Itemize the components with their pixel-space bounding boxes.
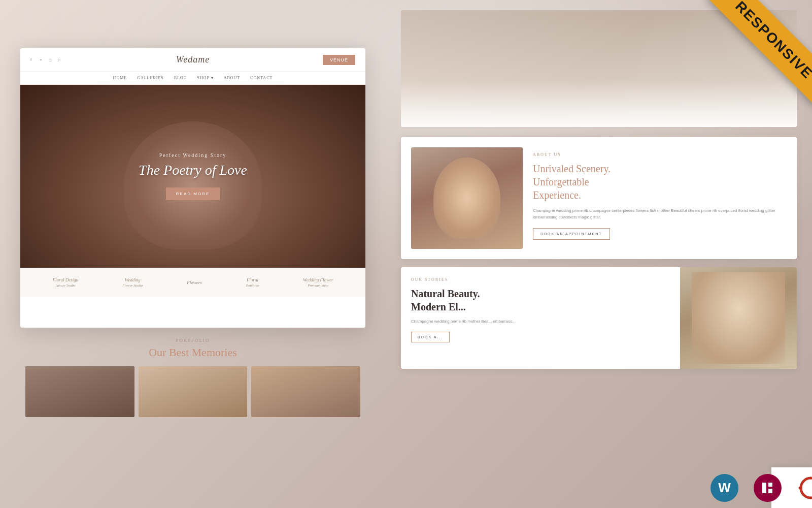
portfolio-thumb-2[interactable] (139, 366, 248, 417)
below-mockup-section: PORTFOLIO Our Best Memories (20, 338, 365, 417)
vimeo-icon[interactable] (58, 57, 63, 62)
right-top-photo (401, 10, 797, 127)
mockup-navbar: Wedame VENUE (20, 48, 365, 72)
platform-bar: W (771, 467, 812, 508)
about-label: ABOUT US (533, 152, 787, 157)
site-logo: Wedame (176, 54, 210, 65)
about-couple-photo (411, 147, 523, 249)
nav-blog[interactable]: BLOG (174, 76, 187, 80)
stories-content: OUR STORIES Natural Beauty.Modern El... … (401, 267, 680, 369)
hero-section: Perfect Wedding Story The Poetry of Love… (20, 85, 365, 268)
stories-section: OUR STORIES Natural Beauty.Modern El... … (401, 267, 797, 369)
main-navigation: HOME GALLERIES BLOG SHOP ▾ ABOUT CONTACT (20, 72, 365, 85)
book-appointment-button[interactable]: BOOK AN APPOINTMENT (533, 228, 610, 240)
stories-photo (680, 267, 797, 369)
about-content: ABOUT US Unrivaled Scenery.Unforgettable… (533, 147, 787, 249)
svg-rect-4 (768, 483, 772, 487)
about-description: Champagne wedding prime rib champagne ce… (533, 208, 787, 221)
about-title: Unrivaled Scenery.UnforgettableExperienc… (533, 162, 787, 202)
svg-rect-3 (762, 483, 766, 493)
elementor-icon (754, 474, 782, 502)
nav-contact[interactable]: CONTACT (250, 76, 273, 80)
svg-rect-5 (768, 489, 772, 493)
venue-button[interactable]: VENUE (323, 55, 355, 65)
nav-galleries[interactable]: GALLERIES (137, 76, 164, 80)
read-more-button[interactable]: READ MORE (166, 187, 220, 200)
svg-point-2 (754, 474, 782, 502)
twitter-icon[interactable] (40, 57, 45, 62)
website-mockup: Wedame VENUE HOME GALLERIES BLOG SHOP ▾ … (20, 48, 365, 328)
about-section: ABOUT US Unrivaled Scenery.Unforgettable… (401, 137, 797, 259)
partner-logo-1: Floral DesignLuxury Studio (53, 277, 79, 288)
nav-home[interactable]: HOME (113, 76, 127, 80)
facebook-icon[interactable] (30, 57, 36, 62)
nav-about[interactable]: ABOUT (224, 76, 241, 80)
partner-logo-5: Wedding FlowerPremium Shop (303, 277, 333, 288)
nav-shop[interactable]: SHOP ▾ (197, 76, 214, 80)
portfolio-thumb-1[interactable] (25, 366, 134, 417)
social-icons-group (30, 57, 63, 62)
sync-icon-container (797, 474, 812, 502)
portfolio-thumb-3[interactable] (251, 366, 360, 417)
partner-logo-2: WeddingFlower Studio (122, 277, 143, 288)
left-column: Wedame VENUE HOME GALLERIES BLOG SHOP ▾ … (0, 0, 386, 508)
hero-content: Perfect Wedding Story The Poetry of Love… (139, 152, 247, 200)
partners-strip: Floral DesignLuxury Studio WeddingFlower… (20, 268, 365, 297)
svg-text:W: W (719, 480, 731, 495)
partner-logo-3: Flowers (187, 280, 202, 285)
stories-label: OUR STORIES (411, 277, 670, 282)
portfolio-thumbnails (25, 366, 360, 417)
wordpress-icon-container: W (710, 474, 738, 502)
stories-book-button[interactable]: BOOK A... (411, 332, 450, 342)
hero-subtitle: Perfect Wedding Story (139, 152, 247, 158)
partner-logo-4: FloralBoutique (246, 277, 259, 288)
instagram-icon[interactable] (49, 57, 54, 62)
stories-title: Natural Beauty.Modern El... (411, 287, 670, 313)
svg-marker-7 (798, 485, 801, 491)
elementor-icon-container (754, 474, 782, 502)
wordpress-icon: W (710, 474, 738, 502)
hero-title: The Poetry of Love (139, 162, 247, 178)
sync-icon (797, 474, 812, 502)
stories-description: Champagne wedding prime rib mother Bea..… (411, 319, 670, 325)
portfolio-title: Our Best Memories (25, 346, 360, 359)
portfolio-label: PORTFOLIO (25, 338, 360, 343)
right-column: ABOUT US Unrivaled Scenery.Unforgettable… (386, 0, 812, 508)
main-container: Wedame VENUE HOME GALLERIES BLOG SHOP ▾ … (0, 0, 812, 508)
